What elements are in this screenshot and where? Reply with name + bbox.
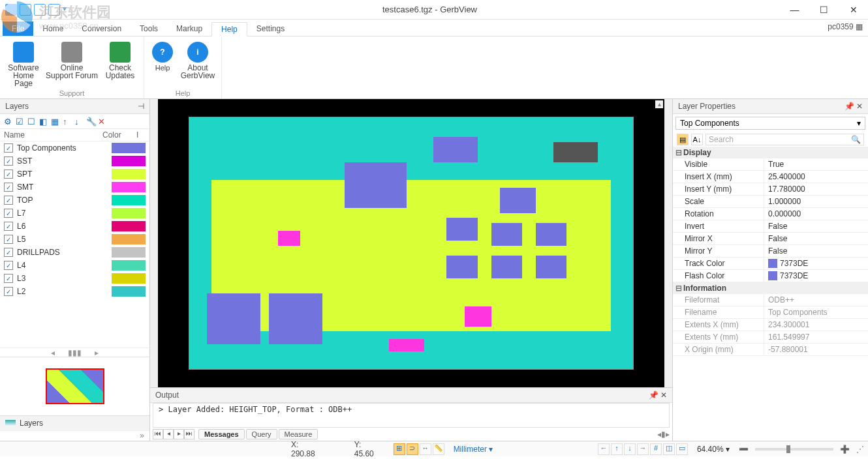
layer-row[interactable]: ✓ Top Components [0, 141, 149, 155]
prop-pin-icon[interactable]: 📌 [845, 102, 854, 111]
layer-checkbox[interactable]: ✓ [4, 261, 13, 270]
layer-checkbox[interactable]: ✓ [4, 222, 13, 231]
output-pin-icon[interactable]: 📌 [649, 391, 659, 400]
property-row[interactable]: Invert False [673, 220, 868, 233]
layer-uncheck-icon[interactable]: ☐ [27, 117, 37, 126]
nav-first-icon[interactable]: ⏮ [153, 429, 163, 439]
property-row[interactable]: Mirror Y False [673, 245, 868, 258]
properties-search[interactable]: Search🔍 [705, 134, 864, 145]
layer-color-swatch[interactable] [112, 260, 146, 271]
output-tab-measure[interactable]: Measure [279, 429, 318, 439]
property-value[interactable]: True [764, 158, 868, 170]
property-row[interactable]: Rotation 0.000000 [673, 208, 868, 220]
expand-icon[interactable]: ⊟ [675, 284, 683, 293]
qat-button[interactable] [34, 4, 46, 16]
sort-icon[interactable]: A↓ [691, 134, 703, 145]
qat-button[interactable] [5, 4, 17, 16]
categorized-view-icon[interactable]: ▤ [677, 134, 689, 145]
layer-color-swatch[interactable] [112, 143, 146, 153]
layer-row[interactable]: ✓ DRILLPADS [0, 246, 149, 259]
layer-color-swatch[interactable] [112, 169, 146, 179]
tab-help[interactable]: Help [211, 22, 247, 37]
property-value[interactable]: 161.549997 [764, 331, 868, 343]
layer-color-swatch[interactable] [112, 208, 146, 218]
grid-icon[interactable]: # [650, 443, 662, 455]
snap-end-icon[interactable]: ⊃ [407, 443, 418, 455]
qat-dropdown-icon[interactable]: ▾ [63, 4, 74, 16]
property-value[interactable]: False [764, 220, 868, 232]
property-value[interactable]: 0.000000 [764, 208, 868, 220]
property-category[interactable]: ⊟ Display [673, 147, 868, 158]
layer-row[interactable]: ✓ L7 [0, 207, 149, 220]
ruler-icon[interactable]: 📏 [433, 443, 444, 455]
layer-down-icon[interactable]: ↓ [74, 117, 84, 126]
tab-markup[interactable]: Markup [167, 22, 211, 36]
layer-checkbox[interactable]: ✓ [4, 183, 13, 192]
zoom-window-icon[interactable]: ▭ [676, 443, 688, 455]
snap-grid-icon[interactable]: ⊞ [394, 443, 405, 455]
unit-selector[interactable]: Millimeter ▾ [451, 445, 496, 454]
layer-checkbox[interactable]: ✓ [4, 196, 13, 205]
property-value[interactable]: 7373DE [764, 270, 868, 282]
nav-prev-icon[interactable]: ◂ [163, 429, 174, 439]
property-row[interactable]: Filename Top Components [673, 306, 868, 319]
layer-color-swatch[interactable] [112, 195, 146, 205]
help-button[interactable]: ? Help [148, 39, 177, 88]
zoom-fit-icon[interactable]: ◫ [663, 443, 675, 455]
layer-row[interactable]: ✓ SST [0, 155, 149, 168]
property-row[interactable]: X Origin (mm) -57.880001 [673, 344, 868, 356]
about-button[interactable]: i AboutGerbView [178, 39, 217, 88]
qat-button[interactable] [48, 4, 60, 16]
tab-home[interactable]: Home [33, 22, 72, 36]
hscroll-right-icon[interactable]: ▸ [666, 430, 670, 439]
property-row[interactable]: Extents X (mm) 234.300001 [673, 319, 868, 331]
layers-scroll-strip[interactable]: ◂▮▮▮▸ [0, 348, 149, 357]
layer-color-swatch[interactable] [112, 286, 146, 297]
layer-grid-icon[interactable]: ▦ [51, 117, 60, 126]
tab-conversion[interactable]: Conversion [72, 22, 131, 36]
output-text[interactable]: > Layer Added: HEIGHT_TOP, Format : ODB+… [153, 403, 670, 428]
layers-list[interactable]: ✓ Top Components ✓ SST ✓ SPT ✓ SMT ✓ TOP… [0, 141, 149, 348]
property-value[interactable]: 234.300001 [764, 319, 868, 331]
layer-color-swatch[interactable] [112, 247, 146, 258]
layer-checkbox[interactable]: ✓ [4, 156, 13, 166]
zoom-display[interactable]: 64.40% ▾ [694, 445, 732, 454]
zoom-slider[interactable] [755, 448, 833, 451]
layer-row[interactable]: ✓ L6 [0, 220, 149, 233]
nav-next-icon[interactable]: ▸ [174, 429, 184, 439]
layer-checkbox[interactable]: ✓ [4, 235, 13, 244]
layer-up-icon[interactable]: ↑ [63, 117, 72, 126]
layer-row[interactable]: ✓ L4 [0, 259, 149, 272]
property-value[interactable]: Top Components [764, 306, 868, 318]
layer-thumbnail[interactable] [46, 368, 104, 404]
layer-check-icon[interactable]: ☑ [16, 117, 25, 126]
layer-checkbox[interactable]: ✓ [4, 143, 13, 153]
support-forum-button[interactable]: OnlineSupport Forum [44, 39, 99, 88]
minimize-button[interactable]: — [780, 0, 809, 20]
layer-row[interactable]: ✓ L5 [0, 233, 149, 246]
output-close-icon[interactable]: ✕ [660, 391, 667, 400]
layer-row[interactable]: ✓ L3 [0, 272, 149, 285]
layer-color-swatch[interactable] [112, 156, 146, 166]
layer-color-swatch[interactable] [112, 273, 146, 284]
layer-swap-icon[interactable]: ◧ [39, 117, 48, 126]
layer-checkbox[interactable]: ✓ [4, 170, 13, 179]
panel-pin-icon[interactable]: ⊣ [138, 102, 144, 111]
output-tab-messages[interactable]: Messages [198, 429, 245, 439]
layer-delete-icon[interactable]: ✕ [98, 117, 107, 126]
check-updates-button[interactable]: CheckUpdates [101, 39, 140, 88]
layer-checkbox[interactable]: ✓ [4, 274, 13, 283]
maximize-button[interactable]: ☐ [809, 0, 839, 20]
nav-last-icon[interactable]: ⏭ [184, 429, 194, 439]
resize-grip-icon[interactable]: ⋰ [856, 445, 864, 454]
property-row[interactable]: Visible True [673, 158, 868, 171]
pan-down-icon[interactable]: ↓ [624, 443, 636, 455]
output-tab-query[interactable]: Query [246, 429, 277, 439]
snap-mid-icon[interactable]: ↔ [420, 443, 431, 455]
property-value[interactable]: 25.400000 [764, 171, 868, 183]
layer-color-swatch[interactable] [112, 234, 146, 244]
pan-right-icon[interactable]: → [637, 443, 649, 455]
prop-close-icon[interactable]: ✕ [856, 102, 863, 111]
property-value[interactable]: False [764, 245, 868, 257]
canvas-scroll-up-icon[interactable]: ▴ [655, 100, 663, 108]
